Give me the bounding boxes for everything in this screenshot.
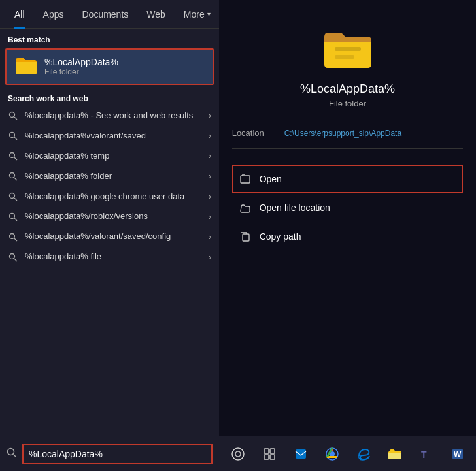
svg-line-18	[14, 454, 16, 457]
search-icon-5	[8, 212, 18, 222]
left-panel: All Apps Documents Web More Best match	[0, 0, 219, 471]
svg-rect-19	[335, 47, 361, 51]
search-icon-0	[8, 110, 18, 121]
search-icon-3	[8, 171, 18, 182]
search-icon-4	[8, 191, 18, 202]
taskbar-chrome[interactable]	[321, 443, 343, 465]
svg-rect-21	[241, 176, 250, 183]
best-match-label: Best match	[0, 29, 219, 48]
tab-documents[interactable]: Documents	[73, 0, 137, 29]
action-item-open[interactable]: Open	[232, 165, 464, 193]
folder-icon-small	[14, 55, 38, 78]
search-icon-2	[8, 151, 18, 161]
best-match-info: %LocalAppData% File folder	[44, 57, 118, 76]
svg-line-10	[14, 198, 17, 201]
taskbar-explorer[interactable]	[384, 443, 406, 465]
tab-apps[interactable]: Apps	[34, 0, 73, 29]
search-input[interactable]	[22, 444, 212, 464]
search-result-item[interactable]: %localappdata% - See work and web result…	[0, 106, 219, 126]
taskbar-edge[interactable]	[352, 443, 375, 465]
svg-point-23	[232, 448, 244, 460]
svg-rect-28	[270, 455, 275, 459]
svg-text:W: W	[454, 450, 462, 459]
svg-rect-25	[264, 449, 269, 453]
taskbar-taskview[interactable]	[258, 443, 280, 465]
svg-point-3	[10, 133, 15, 138]
search-result-item[interactable]: %localappdata% file ›	[0, 247, 219, 267]
search-result-item[interactable]: %localappdata%/valorant/saved ›	[0, 126, 219, 146]
taskbar-teams[interactable]: T	[415, 443, 437, 465]
svg-point-24	[235, 451, 241, 457]
location-label: Location	[232, 128, 284, 138]
action-icon-2	[239, 230, 252, 243]
taskbar-word[interactable]: W	[447, 443, 469, 465]
location-value[interactable]: C:\Users\erpsupport_sip\AppData	[284, 129, 401, 138]
tab-all[interactable]: All	[5, 0, 34, 29]
search-icon-1	[8, 131, 18, 141]
folder-icon-large	[322, 26, 374, 72]
svg-line-14	[14, 238, 17, 241]
svg-line-8	[14, 178, 17, 180]
search-result-item[interactable]: %localappdata%/valorant/saved/config ›	[0, 227, 219, 247]
location-row: Location C:\Users\erpsupport_sip\AppData	[232, 128, 464, 149]
svg-point-1	[10, 112, 15, 118]
search-result-item[interactable]: %localappdata% folder ›	[0, 167, 219, 187]
file-title: %LocalAppData%	[300, 82, 395, 96]
search-icon-6	[8, 232, 18, 242]
search-result-item[interactable]: %localappdata%/roblox/versions ›	[0, 206, 219, 227]
action-list: Open Open file location Copy path	[232, 165, 464, 251]
taskbar: T W	[219, 436, 476, 471]
right-panel: %LocalAppData% File folder Location C:\U…	[219, 0, 476, 471]
svg-point-15	[10, 253, 15, 259]
best-match-item[interactable]: %LocalAppData% File folder	[5, 48, 214, 85]
search-result-item[interactable]: %localappdata% temp ›	[0, 146, 219, 167]
search-results-list: %localappdata% - See work and web result…	[0, 106, 219, 267]
nav-tabs: All Apps Documents Web More	[0, 0, 219, 29]
svg-point-7	[10, 173, 15, 178]
action-item-open-file-location[interactable]: Open file location	[232, 193, 464, 222]
search-icon	[7, 447, 17, 461]
svg-rect-20	[335, 55, 354, 59]
tab-web[interactable]: Web	[137, 0, 175, 29]
svg-rect-26	[270, 449, 275, 453]
action-item-copy-path[interactable]: Copy path	[232, 222, 464, 251]
svg-rect-22	[243, 234, 249, 241]
svg-point-17	[8, 448, 14, 455]
svg-line-2	[14, 117, 17, 120]
bottom-search-bar	[0, 436, 219, 471]
svg-line-12	[14, 218, 17, 221]
svg-text:T: T	[421, 449, 427, 460]
svg-rect-27	[264, 455, 269, 459]
tab-more[interactable]: More	[175, 0, 220, 29]
svg-point-13	[10, 233, 15, 238]
taskbar-cortana[interactable]	[227, 443, 249, 465]
svg-point-11	[10, 213, 15, 218]
action-icon-0	[239, 172, 252, 186]
file-subtitle: File folder	[329, 99, 366, 108]
taskbar-outlook[interactable]	[290, 443, 312, 465]
svg-rect-29	[296, 449, 306, 459]
svg-point-5	[10, 153, 15, 158]
svg-line-4	[14, 137, 17, 140]
search-result-item[interactable]: %localappdata% google chrome user data ›	[0, 187, 219, 207]
svg-line-6	[14, 157, 17, 160]
action-icon-1	[239, 201, 252, 214]
web-section-label: Search work and web	[0, 89, 219, 106]
search-icon-7	[8, 252, 18, 263]
svg-point-9	[10, 193, 15, 199]
svg-line-16	[14, 259, 17, 261]
